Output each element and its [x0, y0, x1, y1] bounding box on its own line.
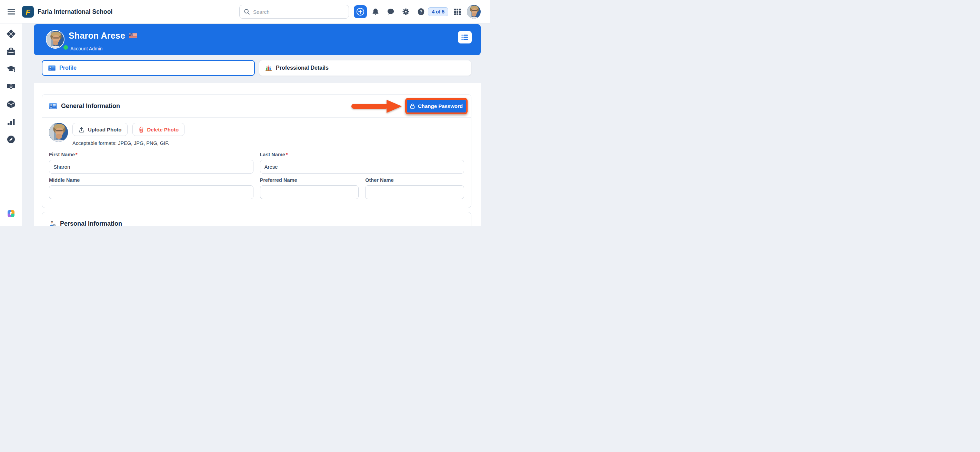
bar-chart-icon: [7, 118, 15, 126]
tab-professional-details[interactable]: Professional Details: [259, 60, 471, 76]
faria-apps-icon[interactable]: F: [6, 209, 16, 219]
search-icon: [244, 9, 250, 15]
sidebar-item-admissions[interactable]: [6, 46, 16, 56]
tab-professional-details-label: Professional Details: [276, 65, 329, 71]
photo-section: Upload Photo Delete Photo: [42, 118, 471, 147]
navbar-actions: ? 4 of 5: [354, 0, 481, 24]
faria-logo-icon: F: [22, 6, 34, 18]
other-name-input[interactable]: [365, 185, 464, 199]
preferred-name-input[interactable]: [260, 185, 359, 199]
hamburger-menu-icon[interactable]: [8, 9, 15, 14]
sidebar-item-academics[interactable]: [6, 64, 16, 74]
icon-sidebar: F: [0, 24, 22, 226]
last-name-field: Last Name*: [260, 148, 465, 174]
logo-letter: F: [25, 8, 30, 16]
id-card-icon: [48, 65, 56, 71]
top-navbar: F Faria International School: [0, 0, 490, 24]
upload-photo-label: Upload Photo: [88, 127, 122, 133]
search-input[interactable]: [253, 9, 348, 15]
required-marker: *: [286, 152, 288, 157]
profile-banner: Sharon Arese Account Admin: [34, 24, 481, 55]
personal-information-card: Personal Information: [42, 212, 471, 226]
middle-name-field: Middle Name: [49, 174, 253, 199]
sidebar-item-explore[interactable]: [6, 134, 16, 144]
faria-letter: F: [10, 211, 13, 216]
compass-icon: [6, 135, 16, 144]
general-information-header: General Information Change Password: [42, 94, 471, 118]
profile-photo: [49, 123, 68, 142]
user-avatar[interactable]: [467, 5, 481, 19]
sidebar-item-curriculum[interactable]: [6, 82, 16, 91]
name-form: First Name* Last Name* Middle Name: [42, 147, 471, 199]
person-gear-icon: [49, 220, 56, 226]
briefcase-icon: [6, 48, 16, 56]
section-title: Personal Information: [60, 220, 122, 226]
messages-chat-icon[interactable]: [387, 8, 395, 16]
settings-gear-icon[interactable]: [402, 8, 410, 16]
id-card-icon: [49, 103, 57, 109]
us-flag-icon: [129, 33, 137, 38]
upload-icon: [78, 126, 85, 133]
general-information-card: General Information Change Password: [42, 94, 471, 208]
first-name-field: First Name*: [49, 148, 253, 174]
first-name-input[interactable]: [49, 160, 253, 174]
upload-photo-button[interactable]: Upload Photo: [72, 123, 127, 136]
annotation-highlight-box: Change Password: [405, 98, 468, 114]
trash-icon: [138, 126, 144, 133]
open-book-globe-icon: [6, 83, 16, 90]
faria-colorful-icon: F: [8, 210, 14, 217]
change-password-label: Change Password: [418, 103, 463, 109]
other-name-field: Other Name: [365, 174, 464, 199]
last-name-input[interactable]: [260, 160, 465, 174]
notifications-bell-icon[interactable]: [372, 8, 379, 16]
list-icon: [461, 34, 469, 41]
quick-add-button[interactable]: [354, 5, 367, 18]
sidebar-item-resources[interactable]: [6, 99, 16, 109]
delete-photo-button[interactable]: Delete Photo: [132, 123, 185, 136]
cube-icon: [6, 100, 16, 109]
apps-grid-icon[interactable]: [454, 8, 461, 16]
first-name-label: First Name*: [49, 152, 253, 157]
tab-profile-label: Profile: [59, 65, 76, 71]
help-icon[interactable]: ?: [417, 8, 425, 16]
lock-icon: [410, 103, 415, 109]
circled-plus-icon: [356, 8, 364, 16]
sidebar-item-analytics[interactable]: [6, 117, 16, 127]
profile-avatar: [46, 30, 64, 49]
online-status-dot: [64, 45, 68, 50]
change-password-button[interactable]: Change Password: [407, 100, 466, 112]
profile-name: Sharon Arese: [68, 31, 125, 41]
directory-list-button[interactable]: [458, 31, 472, 43]
graduation-cap-icon: [6, 65, 16, 73]
profile-tabs: Profile Professional Details: [42, 60, 471, 76]
tab-profile[interactable]: Profile: [42, 60, 255, 76]
last-name-label: Last Name*: [260, 152, 465, 157]
sidebar-item-dashboard[interactable]: [6, 29, 16, 38]
delete-photo-label: Delete Photo: [147, 127, 179, 133]
section-title: General Information: [61, 102, 120, 110]
photo-formats-note: Acceptable formats: JPEG, JPG, PNG, GIF.: [72, 141, 185, 146]
required-marker: *: [76, 152, 78, 157]
main-content: Sharon Arese Account Admin: [22, 24, 490, 226]
middle-name-input[interactable]: [49, 185, 253, 199]
school-name: Faria International School: [38, 8, 113, 16]
diamond-grid-icon: [6, 29, 16, 38]
middle-name-label: Middle Name: [49, 177, 253, 183]
annotation-arrow: [351, 99, 402, 114]
preferred-name-field: Preferred Name: [260, 174, 359, 199]
school-brand[interactable]: F Faria International School: [22, 6, 113, 18]
profile-role: Account Admin: [70, 46, 102, 51]
books-icon: [265, 64, 272, 72]
search-bar[interactable]: [239, 5, 349, 19]
help-glyph: ?: [420, 9, 422, 14]
other-name-label: Other Name: [365, 177, 464, 183]
preferred-name-label: Preferred Name: [260, 177, 359, 183]
tour-progress-badge[interactable]: 4 of 5: [428, 7, 448, 16]
